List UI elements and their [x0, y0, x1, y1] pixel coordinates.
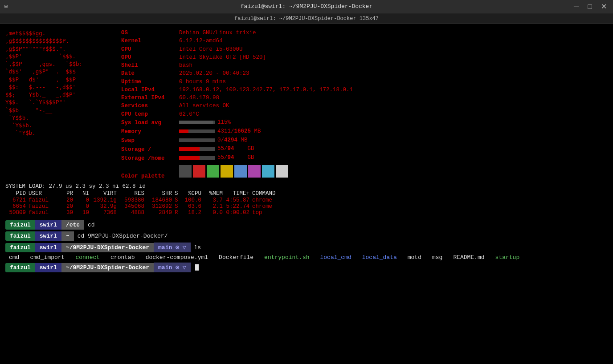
- cell-res: 345068: [119, 203, 147, 210]
- storage-root-bar: [179, 147, 215, 151]
- cell-user: faizul: [29, 210, 60, 216]
- header-res: RES: [119, 190, 147, 197]
- ls-file-item: startup: [495, 254, 520, 261]
- ls-file-item: docker-compose.yml: [146, 254, 208, 261]
- swap-bar: [179, 138, 215, 142]
- ls-file-item: entrypoint.sh: [264, 254, 309, 261]
- os-value: Debian GNU/Linux trixie: [179, 29, 256, 37]
- memory-label: Memory: [121, 128, 179, 136]
- process-table: PID USER PR NI VIRT RES SHR S %CPU %MEM …: [5, 190, 608, 216]
- prompt-host-2: swirl: [35, 231, 61, 241]
- minimize-button[interactable]: ─: [572, 3, 580, 11]
- prompt-cursor[interactable]: [191, 264, 199, 271]
- color-palette-row: Color palette: [121, 164, 353, 180]
- storage-home-bar-fill: [179, 156, 200, 160]
- cell-time: 0:00.02: [225, 210, 252, 216]
- maximize-button[interactable]: □: [586, 3, 594, 11]
- storage-home-row: Storage /home 55/94 GB: [121, 154, 353, 162]
- cell-pr: 20: [60, 197, 76, 203]
- uptime-label: Uptime: [121, 78, 179, 86]
- storage-home-label: Storage /home: [121, 155, 179, 162]
- cell-time: 5:22.74: [225, 203, 252, 210]
- cell-s: S: [175, 203, 183, 210]
- prompt-path-4: ~/9M2PJU-DXSpider-Docker: [61, 263, 154, 272]
- cell-mem: 2.1: [204, 203, 225, 210]
- terminal-body[interactable]: ,met$$$$$gg. ,g$$$$$$$$$$$$$$$P. ,g$$P""…: [0, 24, 613, 364]
- prompt-user-1: faizul: [5, 220, 35, 230]
- cell-shr: 312692: [147, 203, 175, 210]
- ls-file-item: crontab: [110, 254, 135, 261]
- color-palette-label: Color palette: [121, 173, 179, 180]
- ls-file-item: motd: [408, 254, 421, 261]
- prompt-line-1: faizul swirl /etc cd: [5, 219, 608, 231]
- ls-file-item: README.md: [453, 254, 484, 261]
- prompt-history: faizul swirl /etc cd faizul swirl ~ cd 9…: [5, 219, 608, 273]
- prompt-line-3: faizul swirl ~/9M2PJU-DXSpider-Docker ma…: [5, 242, 608, 253]
- ls-output: cmdcmd_importconnectcrontabdocker-compos…: [5, 253, 608, 262]
- cell-ni: 10: [76, 210, 92, 216]
- prompt-host-1: swirl: [35, 220, 61, 230]
- ls-file-item: local_data: [362, 254, 397, 261]
- cpu-label: CPU: [121, 46, 179, 53]
- prompt-cmd-2: cd 9M2PJU-DXSpider-Docker/: [74, 233, 168, 239]
- cell-ni: 0: [76, 197, 92, 203]
- ls-file-item: msg: [432, 254, 442, 261]
- prompt-line-4[interactable]: faizul swirl ~/9M2PJU-DXSpider-Docker ma…: [5, 262, 608, 273]
- color-swatch-2: [207, 165, 219, 178]
- localipv4-label: Local IPv4: [121, 86, 179, 94]
- memory-bar-fill: [179, 129, 188, 133]
- cell-mem: 3.7: [204, 197, 225, 203]
- title-bar-left: ⊞: [4, 3, 8, 10]
- header-user: USER: [29, 190, 60, 197]
- memory-bar-container: 4311/16625 MB: [179, 128, 261, 135]
- prompt-cmd-3: ls: [191, 244, 201, 251]
- ls-file-item: Dockerfile: [219, 254, 253, 261]
- prompt-host-3: swirl: [35, 243, 61, 252]
- sysload-bar-container: 115%: [179, 119, 231, 126]
- externalipv4-value: 60.48.179.98: [179, 94, 219, 102]
- prompt-user-2: faizul: [5, 231, 35, 241]
- color-swatch-0: [179, 165, 192, 178]
- color-swatch-3: [221, 165, 233, 178]
- cell-pr: 20: [60, 203, 76, 210]
- header-shr: SHR: [147, 190, 175, 197]
- header-virt: VIRT: [92, 190, 119, 197]
- sysload-value: 115%: [217, 119, 231, 126]
- close-button[interactable]: ✕: [599, 2, 609, 11]
- kernel-value: 6.12.12-amd64: [179, 37, 223, 45]
- cell-pr: 30: [60, 210, 76, 216]
- prompt-branch-3: main ⊙ ▽: [154, 243, 190, 252]
- cell-cpu: 63.6: [183, 203, 204, 210]
- table-row: 6721 faizul 20 0 1392.1g 593380 184680 S…: [5, 197, 608, 203]
- memory-row: Memory 4311/16625 MB: [121, 128, 353, 136]
- sysload-bar: [179, 121, 215, 124]
- header-ni: NI: [76, 190, 92, 197]
- terminal-cursor: [195, 264, 199, 271]
- window-title: faizul@swirl: ~/9M2PJU-DXSpider-Docker: [241, 3, 372, 10]
- swap-bar-container: 0/4294 MB: [179, 137, 248, 144]
- date-label: Date: [121, 70, 179, 77]
- memory-value: 4311/16625 MB: [217, 128, 261, 135]
- cell-res: 4888: [119, 210, 147, 216]
- storage-root-bar-fill: [179, 147, 200, 151]
- title-bar: ⊞ faizul@swirl: ~/9M2PJU-DXSpider-Docker…: [0, 0, 613, 13]
- uptime-value: 0 hours 9 mins: [179, 78, 226, 86]
- color-palette: [179, 165, 288, 178]
- ls-file-item: cmd: [9, 254, 19, 261]
- cell-s: S: [175, 197, 183, 203]
- header-s: S: [175, 190, 183, 197]
- prompt-cmd-1: cd: [84, 222, 95, 228]
- cell-res: 593380: [119, 197, 147, 203]
- swap-row: Swap 0/4294 MB: [121, 137, 353, 145]
- cell-ni: 0: [76, 203, 92, 210]
- prompt-user-3: faizul: [5, 243, 35, 252]
- header-cmd: COMMAND: [252, 190, 288, 197]
- system-load-line: SYSTEM LOAD: 27.9 us 2.3 sy 2.3 ni 62.8 …: [5, 183, 608, 190]
- prompt-branch-4: main ⊙ ▽: [154, 263, 190, 272]
- shell-label: Shell: [121, 62, 179, 69]
- cell-cmd: chrome: [252, 203, 288, 210]
- table-row: 6654 faizul 20 0 32.9g 345068 312692 S 6…: [5, 203, 608, 210]
- window-icon: ⊞: [4, 3, 8, 10]
- cell-shr: 184680: [147, 197, 175, 203]
- cell-mem: 0.0: [204, 210, 225, 216]
